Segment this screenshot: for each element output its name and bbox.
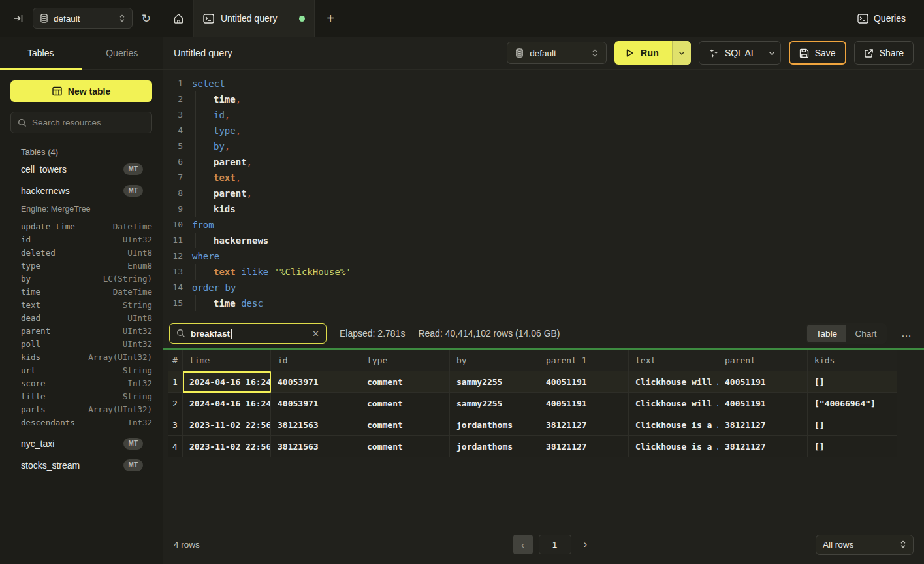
results-cell[interactable]: Clickhouse will … (629, 393, 718, 414)
results-column-header-id[interactable]: id (271, 350, 360, 371)
editor-line-1[interactable]: 1select (163, 76, 924, 91)
editor-line-15[interactable]: 15time desc (163, 295, 924, 311)
results-more-menu-button[interactable]: … (900, 327, 914, 339)
results-cell[interactable]: sammy2255 (450, 393, 539, 414)
results-cell[interactable]: comment (360, 436, 450, 457)
column-row-score[interactable]: scoreInt32 (21, 376, 152, 390)
results-cell[interactable]: jordanthoms (450, 414, 539, 436)
column-row-descendants[interactable]: descendantsInt32 (21, 416, 152, 429)
run-button[interactable]: Run (614, 41, 691, 65)
sidebar-table-hackernews[interactable]: hackernewsMT (21, 180, 152, 201)
editor-line-2[interactable]: 2time, (163, 91, 924, 107)
results-cell[interactable]: 2023-11-02 22:56… (183, 436, 271, 457)
results-cell[interactable]: [] (808, 414, 897, 436)
editor-line-6[interactable]: 6parent, (163, 154, 924, 170)
queries-button[interactable]: Queries (857, 13, 906, 24)
editor-line-8[interactable]: 8parent, (163, 186, 924, 201)
results-cell[interactable]: ["40066964"] (808, 393, 897, 414)
topbar-database-selector[interactable]: default (33, 8, 133, 29)
row-number-cell[interactable]: 2 (168, 393, 183, 414)
sidebar-table-nyc_taxi[interactable]: nyc_taxiMT (21, 433, 152, 454)
sql-editor[interactable]: 1select2time,3id,4type,5by,6parent,7text… (163, 70, 924, 318)
row-number-cell[interactable]: 3 (168, 414, 183, 436)
column-row-title[interactable]: titleString (21, 390, 152, 403)
results-column-header-row-number[interactable]: # (168, 350, 183, 371)
sidebar-table-cell_towers[interactable]: cell_towersMT (21, 158, 152, 180)
results-cell[interactable]: 40053971 (271, 393, 360, 414)
column-row-by[interactable]: byLC(String) (21, 272, 152, 285)
prev-page-button[interactable]: ‹ (513, 535, 533, 554)
sidebar-tab-tables[interactable]: Tables (0, 37, 82, 69)
results-cell[interactable]: 40051191 (718, 393, 808, 414)
new-tab-button[interactable]: + (315, 0, 346, 37)
results-cell[interactable]: 40051191 (718, 371, 808, 393)
column-row-id[interactable]: idUInt32 (21, 233, 152, 246)
column-row-parts[interactable]: partsArray(UInt32) (21, 403, 152, 416)
results-cell[interactable]: comment (360, 393, 450, 414)
column-row-poll[interactable]: pollUInt32 (21, 337, 152, 350)
column-row-dead[interactable]: deadUInt8 (21, 311, 152, 324)
tab-untitled-query[interactable]: Untitled query (194, 0, 315, 37)
column-row-type[interactable]: typeEnum8 (21, 259, 152, 272)
sidebar-collapse-button[interactable] (10, 10, 26, 26)
share-button[interactable]: Share (854, 41, 914, 65)
results-cell[interactable]: Clickhouse will … (629, 371, 718, 393)
editor-line-7[interactable]: 7text, (163, 170, 924, 186)
results-column-header-type[interactable]: type (360, 350, 450, 371)
new-table-button[interactable]: New table (10, 80, 152, 102)
row-number-cell[interactable]: 1 (168, 371, 183, 393)
refresh-button[interactable]: ↻ (139, 9, 153, 28)
column-row-update_time[interactable]: update_timeDateTime (21, 220, 152, 233)
view-toggle-table[interactable]: Table (807, 325, 846, 342)
sidebar-tab-queries[interactable]: Queries (82, 37, 163, 69)
save-button[interactable]: Save (789, 41, 846, 65)
results-column-header-kids[interactable]: kids (808, 350, 897, 371)
results-cell[interactable]: 40051191 (539, 393, 629, 414)
next-page-button[interactable]: › (577, 539, 594, 550)
results-column-header-parent_1[interactable]: parent_1 (539, 350, 629, 371)
editor-line-3[interactable]: 3id, (163, 107, 924, 123)
editor-line-14[interactable]: 14order by (163, 280, 924, 295)
results-cell[interactable]: jordanthoms (450, 436, 539, 457)
editor-line-4[interactable]: 4type, (163, 123, 924, 139)
results-cell[interactable]: 2024-04-16 16:24… (183, 393, 271, 414)
results-cell[interactable]: 2023-11-02 22:56… (183, 414, 271, 436)
results-cell[interactable]: comment (360, 371, 450, 393)
results-cell[interactable]: 2024-04-16 16:24… (183, 371, 271, 393)
results-column-header-parent[interactable]: parent (718, 350, 808, 371)
editor-line-11[interactable]: 11hackernews (163, 233, 924, 248)
results-cell[interactable]: 38121563 (271, 414, 360, 436)
results-cell[interactable]: 40053971 (271, 371, 360, 393)
results-cell[interactable]: 38121127 (718, 436, 808, 457)
results-cell[interactable]: 40051191 (539, 371, 629, 393)
column-row-parent[interactable]: parentUInt32 (21, 324, 152, 337)
results-cell[interactable]: [] (808, 436, 897, 457)
row-number-cell[interactable]: 4 (168, 436, 183, 457)
column-row-kids[interactable]: kidsArray(UInt32) (21, 350, 152, 363)
run-options-dropdown[interactable] (672, 41, 691, 65)
editor-line-5[interactable]: 5by, (163, 139, 924, 154)
page-number-input[interactable]: 1 (539, 535, 571, 554)
sidebar-search-input[interactable]: Search resources (10, 112, 152, 133)
results-cell[interactable]: [] (808, 371, 897, 393)
results-cell[interactable]: 38121127 (539, 436, 629, 457)
results-cell[interactable]: Clickhouse is a … (629, 436, 718, 457)
tab-home[interactable] (163, 0, 194, 37)
results-cell[interactable]: 38121127 (718, 414, 808, 436)
view-toggle-chart[interactable]: Chart (846, 325, 885, 342)
results-search-input[interactable]: breakfast ✕ (169, 323, 327, 344)
sql-ai-button[interactable]: SQL AI (699, 41, 781, 65)
column-row-url[interactable]: urlString (21, 363, 152, 376)
results-cell[interactable]: sammy2255 (450, 371, 539, 393)
results-column-header-text[interactable]: text (629, 350, 718, 371)
clear-search-button[interactable]: ✕ (312, 329, 319, 339)
results-cell[interactable]: comment (360, 414, 450, 436)
column-row-time[interactable]: timeDateTime (21, 285, 152, 298)
query-database-selector[interactable]: default (507, 42, 607, 64)
results-column-header-by[interactable]: by (450, 350, 539, 371)
editor-line-13[interactable]: 13text ilike '%ClickHouse%' (163, 264, 924, 280)
results-cell[interactable]: 38121127 (539, 414, 629, 436)
results-cell[interactable]: 38121563 (271, 436, 360, 457)
column-row-deleted[interactable]: deletedUInt8 (21, 246, 152, 259)
column-row-text[interactable]: textString (21, 298, 152, 311)
